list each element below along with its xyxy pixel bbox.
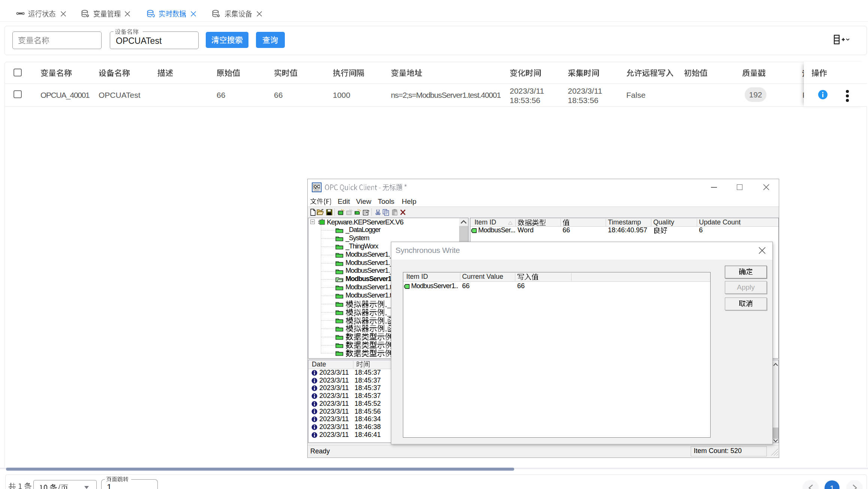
svg-text:QC: QC [314,184,320,189]
svg-text:C0101: C0101 [314,189,320,191]
